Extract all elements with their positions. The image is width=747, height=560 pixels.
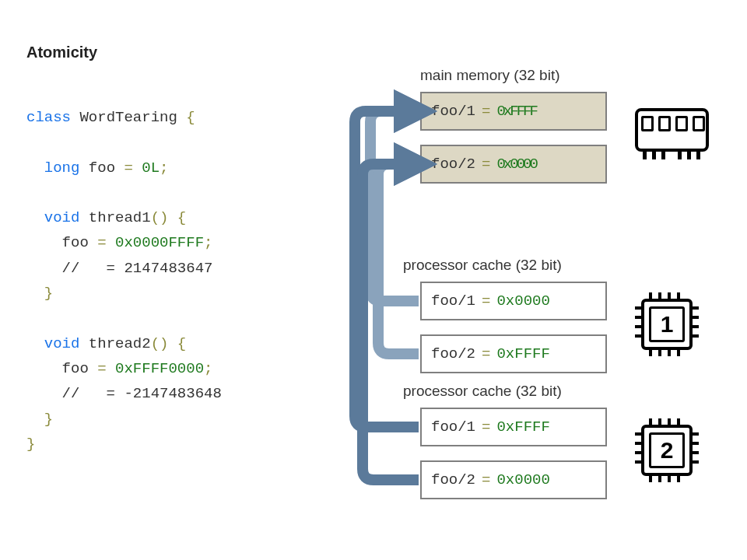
cache1-row1: foo/1 = 0x0000 xyxy=(420,282,607,320)
eq: = xyxy=(482,156,490,173)
t2-rhs: 0xFFFF0000 xyxy=(115,360,204,377)
kw-void1: void xyxy=(44,209,80,226)
mem-row2: foo/2 = 0x0000 xyxy=(420,145,607,184)
field-init: 0L xyxy=(142,159,160,177)
t2-lhs: foo xyxy=(62,360,89,377)
method2-name: thread2 xyxy=(89,335,151,352)
cache1-row2-val: 0xFFFF xyxy=(496,345,549,362)
class-name: WordTearing xyxy=(79,109,177,126)
kw-long: long xyxy=(44,159,80,177)
mem-row1: foo/1 = 0xFFFF xyxy=(420,92,607,131)
cache2-row2: foo/2 = 0x0000 xyxy=(420,460,607,499)
cache1-row1-val: 0x0000 xyxy=(496,292,549,310)
mem-row2-label: foo/2 xyxy=(431,156,475,173)
t1-lhs: foo xyxy=(62,234,89,251)
t1-comment: // = 2147483647 xyxy=(62,260,213,277)
eq: = xyxy=(482,471,490,488)
cache2-row1-label: foo/1 xyxy=(431,418,475,436)
code-snippet: class WordTearing { long foo = 0L; void … xyxy=(26,105,222,457)
eq: = xyxy=(482,292,490,310)
label-main-memory: main memory (32 bit) xyxy=(420,67,560,84)
cache1-row2: foo/2 = 0xFFFF xyxy=(420,334,607,373)
kw-void2: void xyxy=(44,335,80,352)
eq: = xyxy=(482,345,490,362)
method1-name: thread1 xyxy=(89,209,151,226)
cache1-row2-label: foo/2 xyxy=(431,345,475,362)
cache2-row1-val: 0xFFFF xyxy=(496,418,549,436)
cpu1-label: 1 xyxy=(649,306,685,342)
t2-comment: // = -2147483648 xyxy=(62,385,222,402)
cache2-row2-label: foo/2 xyxy=(431,471,475,488)
eq: = xyxy=(482,418,490,436)
t1-rhs: 0x0000FFFF xyxy=(115,234,204,251)
mem-row1-val: 0xFFFF xyxy=(496,103,535,120)
cpu2-label: 2 xyxy=(649,432,685,468)
label-cache2: processor cache (32 bit) xyxy=(403,383,562,400)
label-cache1: processor cache (32 bit) xyxy=(403,257,562,274)
cache2-row2-val: 0x0000 xyxy=(496,471,549,488)
mem-row1-label: foo/1 xyxy=(431,103,475,120)
cache1-row1-label: foo/1 xyxy=(431,292,475,310)
page-title: Atomicity xyxy=(26,44,97,61)
cpu1-icon: 1 xyxy=(632,289,702,359)
kw-class: class xyxy=(26,109,71,126)
mem-row2-val: 0x0000 xyxy=(496,156,535,173)
cpu2-icon: 2 xyxy=(632,415,702,485)
ram-icon xyxy=(635,108,709,166)
cache2-row1: foo/1 = 0xFFFF xyxy=(420,408,607,446)
eq: = xyxy=(482,103,490,120)
field-name: foo xyxy=(89,159,115,177)
